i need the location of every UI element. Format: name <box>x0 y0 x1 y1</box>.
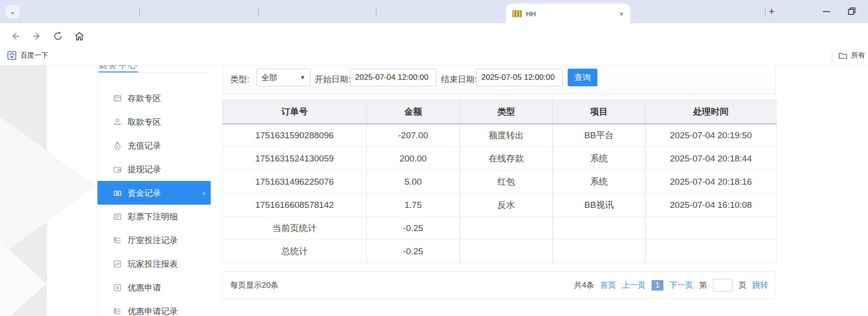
sidebar-item-优惠申请[interactable]: 优惠申请 <box>97 276 211 299</box>
window-minimize-button[interactable] <box>823 6 830 16</box>
table-cell: 2025-07-04 20:19:50 <box>646 124 777 147</box>
table-row: 1751631524130059200.00在线存款系统2025-07-04 2… <box>223 147 777 170</box>
tab-search-button[interactable]: ⌄ <box>6 5 19 18</box>
sidebar-item-取款专区[interactable]: 取款专区 <box>97 110 211 134</box>
browser-tab-strip: ⌄ 【新提醒】海燕策略论坛绿×【新提醒】【实战有奖】活×HH×HH×HH×:::… <box>0 0 868 23</box>
table-cell: 额度转出 <box>460 124 553 147</box>
table-cell <box>646 217 777 240</box>
page-left-gutter <box>0 65 47 316</box>
hall-bet-list-icon <box>113 236 122 245</box>
table-cell <box>553 217 646 240</box>
tab-separator <box>258 7 259 16</box>
table-row: 当前页统计-0.25 <box>223 217 777 240</box>
deposit-card-icon <box>113 94 122 103</box>
query-button[interactable]: 查询 <box>568 69 597 86</box>
sidebar-item-优惠申请记录[interactable]: 优惠申请记录 <box>97 299 211 316</box>
funds-cash-icon <box>113 189 122 197</box>
table-cell: 总统计 <box>223 240 367 263</box>
sidebar-header-divider <box>97 72 211 73</box>
sidebar-item-厅室投注记录[interactable]: 厅室投注记录 <box>97 228 211 252</box>
page-content: 财务中心 存款专区取款专区充值记录提现记录资金记录›彩票下注明细厅室投注记录玩家… <box>0 65 868 316</box>
table-header-row: 订单号金额类型项目处理时间 <box>223 100 777 124</box>
sidebar-item-存款专区[interactable]: 存款专区 <box>97 86 211 110</box>
watermark-triangle <box>0 116 95 256</box>
table-cell: 1.75 <box>367 193 460 217</box>
all-bookmarks-label: 所有 <box>851 51 865 60</box>
tab-title: HH <box>526 10 615 18</box>
first-page-link[interactable]: 首页 <box>600 280 616 290</box>
sidebar-item-label: 优惠申请 <box>128 282 161 293</box>
sidebar-item-彩票下注明细[interactable]: 彩票下注明细 <box>97 205 211 228</box>
sidebar-item-label: 资金记录 <box>128 187 161 199</box>
browser-tab[interactable]: HH× <box>506 4 630 23</box>
sidebar-item-active资金记录[interactable]: 资金记录› <box>97 181 211 205</box>
start-date-label: 开始日期: <box>315 74 350 85</box>
prev-page-link[interactable]: 上一页 <box>622 280 646 290</box>
watermark-triangle-small <box>0 242 46 316</box>
table-cell: 200.00 <box>367 147 460 170</box>
home-button[interactable] <box>73 30 85 42</box>
column-header: 处理时间 <box>646 100 777 124</box>
promo-apply-icon <box>113 284 122 292</box>
sidebar-item-玩家投注报表[interactable]: 玩家投注报表 <box>97 252 211 276</box>
table-cell: 2025-07-04 20:18:16 <box>646 170 777 193</box>
sidebar-menu: 存款专区取款专区充值记录提现记录资金记录›彩票下注明细厅室投注记录玩家投注报表优… <box>97 86 211 316</box>
window-restore-button[interactable] <box>848 6 856 16</box>
table-cell <box>460 240 553 263</box>
next-page-link[interactable]: 下一页 <box>669 280 693 290</box>
table-cell: 红包 <box>460 170 553 193</box>
tab-separator <box>376 7 376 16</box>
table-row: 17516166085781421.75反水BB视讯2025-07-04 16:… <box>223 193 777 217</box>
active-item-chevron-icon: › <box>202 188 205 198</box>
column-header: 订单号 <box>223 100 367 124</box>
back-button[interactable] <box>9 30 21 42</box>
new-tab-button[interactable]: + <box>769 6 775 18</box>
all-bookmarks-button[interactable]: 所有 <box>838 51 868 60</box>
chevron-down-icon: ⌄ <box>10 7 16 16</box>
plus-icon: + <box>769 6 775 17</box>
sidebar-item-label: 玩家投注报表 <box>128 258 178 270</box>
table-cell: BB视讯 <box>553 193 646 217</box>
sidebar-item-label: 厅室投注记录 <box>128 235 178 246</box>
type-select[interactable]: 全部▼ <box>256 69 311 86</box>
recharge-bag-icon <box>113 142 122 150</box>
bookmarks-separator <box>832 52 832 62</box>
end-date-label: 结束日期: <box>441 74 477 85</box>
end-date-input[interactable]: 2025-07-05 12:00:00 <box>476 69 563 86</box>
pagination-controls: 共4条 首页 上一页 1 下一页 第 页 跳转 <box>574 279 768 292</box>
bookmark-label: 百度一下 <box>20 51 48 60</box>
sidebar-item-label: 充值记录 <box>128 140 161 151</box>
jump-page-input[interactable] <box>713 279 732 292</box>
table-cell: 5.00 <box>367 170 460 193</box>
total-count-text: 共4条 <box>574 280 594 290</box>
sidebar-header-clipped: 财务中心 <box>99 65 164 71</box>
start-date-input[interactable]: 2025-07-04 12:00:00 <box>350 69 436 86</box>
table-row: 1751631590288096-207.00额度转出BB平台2025-07-0… <box>223 124 777 147</box>
current-page-indicator: 1 <box>652 280 663 290</box>
table-cell: -0.25 <box>367 240 460 263</box>
table-cell <box>646 240 777 263</box>
sidebar-item-label: 优惠申请记录 <box>128 306 178 316</box>
table-cell: 1751631590288096 <box>223 124 367 147</box>
reload-button[interactable] <box>52 30 64 42</box>
lottery-detail-icon <box>113 213 122 221</box>
table-cell <box>553 240 646 263</box>
funds-record-table: 订单号金额类型项目处理时间 1751631590288096-207.00额度转… <box>222 100 777 263</box>
filter-bar: 类型: 全部▼ 开始日期: 2025-07-04 12:00:00 结束日期: … <box>222 65 776 94</box>
folder-icon <box>838 52 848 60</box>
table-cell: 在线存款 <box>460 147 553 170</box>
sidebar-item-充值记录[interactable]: 充值记录 <box>97 134 211 157</box>
baidu-paw-icon <box>7 51 16 60</box>
minimize-icon <box>823 6 830 16</box>
hh-favicon <box>512 10 522 17</box>
table-cell <box>460 217 553 240</box>
table-cell: 2025-07-04 16:10:08 <box>646 193 777 217</box>
bookmark-baidu[interactable]: 百度一下 <box>7 51 48 60</box>
restore-icon <box>848 6 856 16</box>
forward-button[interactable] <box>31 30 43 42</box>
type-filter-label: 类型: <box>230 74 249 85</box>
jump-link[interactable]: 跳转 <box>752 280 768 290</box>
tab-close-icon[interactable]: × <box>617 9 626 18</box>
player-report-icon <box>113 260 122 268</box>
sidebar-item-提现记录[interactable]: 提现记录 <box>97 157 211 181</box>
